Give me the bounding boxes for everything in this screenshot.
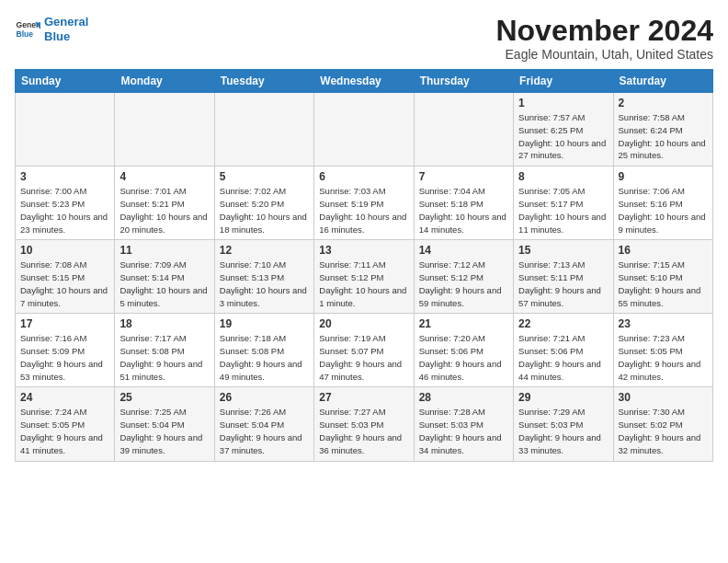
day-number: 17	[20, 317, 109, 330]
svg-text:General: General	[17, 20, 40, 29]
day-info: Sunrise: 7:58 AM Sunset: 6:24 PM Dayligh…	[619, 111, 708, 162]
calendar-table: SundayMondayTuesdayWednesdayThursdayFrid…	[15, 69, 713, 461]
day-number: 19	[220, 317, 309, 330]
day-info: Sunrise: 7:21 AM Sunset: 5:06 PM Dayligh…	[518, 332, 608, 383]
weekday-header-monday: Monday	[115, 70, 214, 93]
calendar-cell: 16Sunrise: 7:15 AM Sunset: 5:10 PM Dayli…	[613, 240, 712, 314]
logo-text: General Blue	[44, 15, 88, 43]
calendar-cell: 17Sunrise: 7:16 AM Sunset: 5:09 PM Dayli…	[16, 314, 115, 387]
day-info: Sunrise: 7:00 AM Sunset: 5:23 PM Dayligh…	[20, 185, 109, 236]
day-number: 15	[518, 244, 608, 257]
calendar-cell: 27Sunrise: 7:27 AM Sunset: 5:03 PM Dayli…	[314, 387, 414, 461]
calendar-cell: 6Sunrise: 7:03 AM Sunset: 5:19 PM Daylig…	[314, 167, 414, 240]
day-info: Sunrise: 7:03 AM Sunset: 5:19 PM Dayligh…	[319, 185, 408, 236]
page-header: General Blue General Blue November 2024 …	[15, 15, 713, 62]
day-number: 8	[518, 170, 608, 183]
day-number: 11	[119, 244, 209, 257]
day-info: Sunrise: 7:06 AM Sunset: 5:16 PM Dayligh…	[619, 185, 708, 236]
day-info: Sunrise: 7:57 AM Sunset: 6:25 PM Dayligh…	[518, 111, 608, 162]
calendar-cell: 19Sunrise: 7:18 AM Sunset: 5:08 PM Dayli…	[214, 314, 313, 387]
calendar-cell	[16, 93, 115, 167]
day-number: 9	[619, 170, 708, 183]
calendar-week-2: 3Sunrise: 7:00 AM Sunset: 5:23 PM Daylig…	[16, 167, 713, 240]
day-info: Sunrise: 7:13 AM Sunset: 5:11 PM Dayligh…	[518, 259, 608, 309]
day-info: Sunrise: 7:01 AM Sunset: 5:21 PM Dayligh…	[119, 185, 209, 236]
calendar-cell: 9Sunrise: 7:06 AM Sunset: 5:16 PM Daylig…	[613, 167, 712, 240]
weekday-header-tuesday: Tuesday	[214, 70, 313, 93]
day-info: Sunrise: 7:15 AM Sunset: 5:10 PM Dayligh…	[619, 259, 708, 309]
calendar-cell: 28Sunrise: 7:28 AM Sunset: 5:03 PM Dayli…	[414, 387, 513, 461]
day-number: 1	[518, 97, 608, 109]
logo-general: General	[44, 15, 88, 29]
day-number: 29	[518, 391, 608, 404]
calendar-cell: 25Sunrise: 7:25 AM Sunset: 5:04 PM Dayli…	[115, 387, 214, 461]
calendar-cell: 15Sunrise: 7:13 AM Sunset: 5:11 PM Dayli…	[514, 240, 613, 314]
day-info: Sunrise: 7:25 AM Sunset: 5:04 PM Dayligh…	[119, 406, 209, 456]
weekday-header-saturday: Saturday	[613, 70, 712, 93]
calendar-cell: 29Sunrise: 7:29 AM Sunset: 5:03 PM Dayli…	[514, 387, 613, 461]
day-info: Sunrise: 7:16 AM Sunset: 5:09 PM Dayligh…	[20, 332, 109, 383]
calendar-cell: 14Sunrise: 7:12 AM Sunset: 5:12 PM Dayli…	[414, 240, 513, 314]
calendar-cell: 23Sunrise: 7:23 AM Sunset: 5:05 PM Dayli…	[613, 314, 712, 387]
day-number: 2	[619, 97, 708, 109]
calendar-cell: 18Sunrise: 7:17 AM Sunset: 5:08 PM Dayli…	[115, 314, 214, 387]
calendar-week-5: 24Sunrise: 7:24 AM Sunset: 5:05 PM Dayli…	[16, 387, 713, 461]
calendar-cell: 10Sunrise: 7:08 AM Sunset: 5:15 PM Dayli…	[16, 240, 115, 314]
weekday-header-friday: Friday	[514, 70, 613, 93]
day-info: Sunrise: 7:18 AM Sunset: 5:08 PM Dayligh…	[220, 332, 309, 383]
calendar-cell: 11Sunrise: 7:09 AM Sunset: 5:14 PM Dayli…	[115, 240, 214, 314]
day-number: 5	[220, 170, 309, 183]
logo-icon: General Blue	[15, 17, 40, 42]
calendar-cell: 21Sunrise: 7:20 AM Sunset: 5:06 PM Dayli…	[414, 314, 513, 387]
day-info: Sunrise: 7:24 AM Sunset: 5:05 PM Dayligh…	[20, 406, 109, 456]
day-number: 21	[419, 317, 508, 330]
day-number: 27	[319, 391, 408, 404]
calendar-cell: 24Sunrise: 7:24 AM Sunset: 5:05 PM Dayli…	[16, 387, 115, 461]
calendar-cell: 20Sunrise: 7:19 AM Sunset: 5:07 PM Dayli…	[314, 314, 414, 387]
day-number: 12	[220, 244, 309, 257]
day-number: 14	[419, 244, 508, 257]
day-info: Sunrise: 7:28 AM Sunset: 5:03 PM Dayligh…	[419, 406, 508, 456]
day-number: 28	[419, 391, 508, 404]
calendar-cell	[214, 93, 313, 167]
day-info: Sunrise: 7:02 AM Sunset: 5:20 PM Dayligh…	[220, 185, 309, 236]
day-number: 20	[319, 317, 408, 330]
calendar-cell: 12Sunrise: 7:10 AM Sunset: 5:13 PM Dayli…	[214, 240, 313, 314]
calendar-cell: 13Sunrise: 7:11 AM Sunset: 5:12 PM Dayli…	[314, 240, 414, 314]
day-info: Sunrise: 7:20 AM Sunset: 5:06 PM Dayligh…	[419, 332, 508, 383]
day-info: Sunrise: 7:11 AM Sunset: 5:12 PM Dayligh…	[319, 259, 408, 309]
weekday-header-thursday: Thursday	[414, 70, 513, 93]
calendar-cell: 3Sunrise: 7:00 AM Sunset: 5:23 PM Daylig…	[16, 167, 115, 240]
day-info: Sunrise: 7:09 AM Sunset: 5:14 PM Dayligh…	[119, 259, 209, 309]
calendar-cell: 7Sunrise: 7:04 AM Sunset: 5:18 PM Daylig…	[414, 167, 513, 240]
calendar-cell: 2Sunrise: 7:58 AM Sunset: 6:24 PM Daylig…	[613, 93, 712, 167]
day-number: 22	[518, 317, 608, 330]
calendar-cell: 26Sunrise: 7:26 AM Sunset: 5:04 PM Dayli…	[214, 387, 313, 461]
title-block: November 2024 Eagle Mountain, Utah, Unit…	[495, 15, 713, 62]
day-info: Sunrise: 7:12 AM Sunset: 5:12 PM Dayligh…	[419, 259, 508, 309]
day-info: Sunrise: 7:19 AM Sunset: 5:07 PM Dayligh…	[319, 332, 408, 383]
weekday-header-sunday: Sunday	[16, 70, 115, 93]
day-number: 10	[20, 244, 109, 257]
day-number: 18	[119, 317, 209, 330]
weekday-header-row: SundayMondayTuesdayWednesdayThursdayFrid…	[16, 70, 713, 93]
day-number: 16	[619, 244, 708, 257]
day-number: 24	[20, 391, 109, 404]
calendar-cell	[314, 93, 414, 167]
calendar-cell: 5Sunrise: 7:02 AM Sunset: 5:20 PM Daylig…	[214, 167, 313, 240]
calendar-week-1: 1Sunrise: 7:57 AM Sunset: 6:25 PM Daylig…	[16, 93, 713, 167]
day-info: Sunrise: 7:05 AM Sunset: 5:17 PM Dayligh…	[518, 185, 608, 236]
calendar-cell	[115, 93, 214, 167]
calendar-cell: 1Sunrise: 7:57 AM Sunset: 6:25 PM Daylig…	[514, 93, 613, 167]
calendar-cell: 4Sunrise: 7:01 AM Sunset: 5:21 PM Daylig…	[115, 167, 214, 240]
calendar-cell: 8Sunrise: 7:05 AM Sunset: 5:17 PM Daylig…	[514, 167, 613, 240]
day-info: Sunrise: 7:23 AM Sunset: 5:05 PM Dayligh…	[619, 332, 708, 383]
svg-text:Blue: Blue	[17, 29, 34, 38]
day-info: Sunrise: 7:30 AM Sunset: 5:02 PM Dayligh…	[619, 406, 708, 456]
day-info: Sunrise: 7:10 AM Sunset: 5:13 PM Dayligh…	[220, 259, 309, 309]
weekday-header-wednesday: Wednesday	[314, 70, 414, 93]
day-info: Sunrise: 7:26 AM Sunset: 5:04 PM Dayligh…	[220, 406, 309, 456]
day-number: 13	[319, 244, 408, 257]
day-info: Sunrise: 7:08 AM Sunset: 5:15 PM Dayligh…	[20, 259, 109, 309]
logo-blue: Blue	[44, 29, 70, 43]
